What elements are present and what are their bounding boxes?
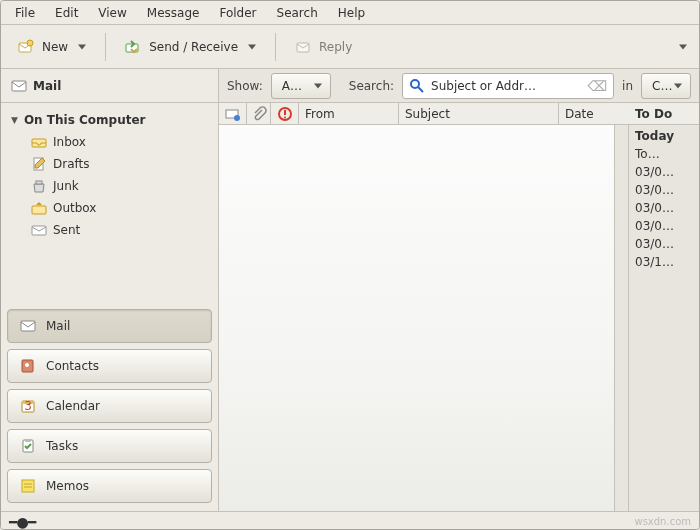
menu-edit[interactable]: Edit xyxy=(45,2,88,24)
todo-item[interactable]: 03/0… xyxy=(635,165,693,179)
inbox-icon xyxy=(31,134,47,150)
in-label: in xyxy=(622,79,633,93)
junk-icon xyxy=(31,178,47,194)
col-subject[interactable]: Subject xyxy=(399,103,559,124)
envelope-icon xyxy=(20,318,36,334)
attachment-icon xyxy=(251,106,267,122)
show-label: Show: xyxy=(227,79,263,93)
col-from[interactable]: From xyxy=(299,103,399,124)
svg-point-24 xyxy=(234,115,240,121)
col-date[interactable]: Date xyxy=(559,103,629,124)
todo-item[interactable]: 03/0… xyxy=(635,219,693,233)
reply-label: Reply xyxy=(319,40,352,54)
switcher-calendar[interactable]: 3Calendar xyxy=(7,389,212,423)
message-list[interactable] xyxy=(219,125,629,511)
todo-list: Today To… 03/0… 03/0… 03/0… 03/0… 03/0… … xyxy=(629,125,699,273)
outbox-icon xyxy=(31,200,47,216)
svg-rect-10 xyxy=(32,206,46,214)
separator xyxy=(105,33,106,61)
memos-icon xyxy=(20,478,36,494)
send-receive-icon xyxy=(125,39,141,55)
todo-item[interactable]: Today xyxy=(635,129,693,143)
reply-icon xyxy=(295,39,311,55)
in-value: C… xyxy=(652,79,672,93)
filter-row: Mail Show: A… Search: Subject or Addr… ⌫… xyxy=(1,69,699,103)
folder-outbox[interactable]: Outbox xyxy=(31,197,216,219)
message-pane: From Subject Date xyxy=(219,103,629,511)
status-grip-icon[interactable]: ━●━ xyxy=(9,514,35,530)
search-placeholder: Subject or Addr… xyxy=(431,79,536,93)
show-value: A… xyxy=(282,79,302,93)
folder-junk[interactable]: Junk xyxy=(31,175,216,197)
svg-rect-20 xyxy=(22,480,34,492)
main: On This Computer Inbox Drafts Junk Outbo… xyxy=(1,103,699,511)
menubar: File Edit View Message Folder Search Hel… xyxy=(1,1,699,25)
svg-point-5 xyxy=(411,80,419,88)
tree-root[interactable]: On This Computer xyxy=(9,109,216,131)
menu-file[interactable]: File xyxy=(5,2,45,24)
toolbar-overflow[interactable] xyxy=(669,35,693,59)
clear-search-icon[interactable]: ⌫ xyxy=(587,78,607,94)
col-important[interactable] xyxy=(271,103,299,124)
switcher-mail[interactable]: Mail xyxy=(7,309,212,343)
folder-drafts[interactable]: Drafts xyxy=(31,153,216,175)
menu-folder[interactable]: Folder xyxy=(209,2,266,24)
sidebar: On This Computer Inbox Drafts Junk Outbo… xyxy=(1,103,219,511)
svg-point-1 xyxy=(27,40,33,46)
col-attachment[interactable] xyxy=(247,103,271,124)
todo-item[interactable]: 03/0… xyxy=(635,237,693,251)
in-combo[interactable]: C… xyxy=(641,73,691,99)
toolbar: New Send / Receive Reply xyxy=(1,25,699,69)
folder-tree: On This Computer Inbox Drafts Junk Outbo… xyxy=(1,103,218,261)
svg-rect-9 xyxy=(36,181,42,184)
svg-point-14 xyxy=(25,363,29,367)
calendar-icon: 3 xyxy=(20,398,36,414)
watermark: wsxdn.com xyxy=(634,516,691,527)
search-input[interactable]: Subject or Addr… ⌫ xyxy=(402,73,614,99)
send-receive-label: Send / Receive xyxy=(149,40,238,54)
sent-icon xyxy=(31,222,47,238)
envelope-icon xyxy=(225,106,241,122)
section-header: Mail xyxy=(1,69,219,102)
todo-item[interactable]: 03/0… xyxy=(635,201,693,215)
todo-header[interactable]: To Do xyxy=(629,103,699,125)
svg-rect-19 xyxy=(25,439,31,442)
search-icon xyxy=(409,78,425,94)
new-button[interactable]: New xyxy=(7,32,97,62)
scrollbar[interactable] xyxy=(614,125,628,511)
todo-item[interactable]: To… xyxy=(635,147,693,161)
menu-view[interactable]: View xyxy=(88,2,136,24)
send-receive-button[interactable]: Send / Receive xyxy=(114,32,267,62)
switcher: Mail Contacts 3Calendar Tasks Memos xyxy=(1,305,218,511)
envelope-icon xyxy=(11,78,27,94)
folder-sent[interactable]: Sent xyxy=(31,219,216,241)
new-button-label: New xyxy=(42,40,68,54)
new-mail-icon xyxy=(18,39,34,55)
folder-inbox[interactable]: Inbox xyxy=(31,131,216,153)
switcher-tasks[interactable]: Tasks xyxy=(7,429,212,463)
section-label: Mail xyxy=(33,79,61,93)
switcher-contacts[interactable]: Contacts xyxy=(7,349,212,383)
svg-text:3: 3 xyxy=(24,399,32,413)
content: From Subject Date To Do Today To… 03/0… … xyxy=(219,103,699,511)
drafts-icon xyxy=(31,156,47,172)
search-label: Search: xyxy=(349,79,394,93)
svg-rect-12 xyxy=(21,321,35,331)
contacts-icon xyxy=(20,358,36,374)
todo-item[interactable]: 03/0… xyxy=(635,183,693,197)
tasks-icon xyxy=(20,438,36,454)
svg-point-27 xyxy=(284,116,286,118)
show-combo[interactable]: A… xyxy=(271,73,331,99)
important-icon xyxy=(277,106,293,122)
col-status[interactable] xyxy=(219,103,247,124)
svg-rect-4 xyxy=(12,81,26,91)
switcher-memos[interactable]: Memos xyxy=(7,469,212,503)
menu-search[interactable]: Search xyxy=(267,2,328,24)
todo-item[interactable]: 03/1… xyxy=(635,255,693,269)
menu-help[interactable]: Help xyxy=(328,2,375,24)
todo-pane: To Do Today To… 03/0… 03/0… 03/0… 03/0… … xyxy=(629,103,699,511)
column-headers: From Subject Date xyxy=(219,103,629,125)
menu-message[interactable]: Message xyxy=(137,2,210,24)
reply-button[interactable]: Reply xyxy=(284,32,363,62)
svg-line-6 xyxy=(418,87,423,92)
